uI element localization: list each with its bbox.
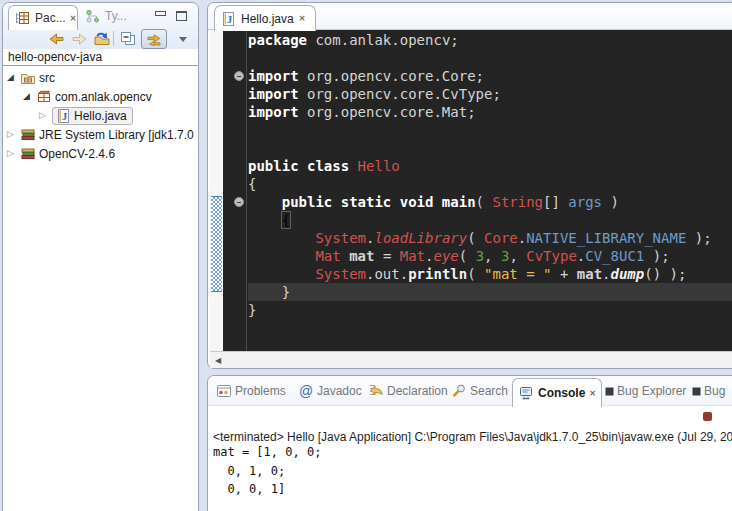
console-tab-label: Console <box>538 386 585 400</box>
code-token: 3 <box>476 248 484 264</box>
code-token: ( <box>459 248 476 264</box>
code-line[interactable] <box>248 49 732 67</box>
console-tab-search[interactable]: Search <box>451 383 508 399</box>
code-line[interactable]: } <box>248 301 732 319</box>
project-header[interactable]: hello-opencv-java <box>3 50 198 64</box>
code-content[interactable]: package com.anlak.opencv;import org.open… <box>248 31 732 319</box>
code-line[interactable]: public class Hello <box>248 157 732 175</box>
collapsed-arrow-icon[interactable]: ▷ <box>39 106 52 125</box>
search-icon <box>451 383 467 399</box>
console-tab-label: Search <box>470 384 508 398</box>
code-token: public static void main <box>282 194 476 210</box>
code-token: public class <box>248 158 349 174</box>
tab-type-hierarchy[interactable]: Ty... <box>85 8 127 24</box>
minimize-button[interactable] <box>155 11 166 16</box>
collapsed-arrow-icon[interactable]: ▷ <box>7 125 20 144</box>
console-tab-bug-explorer[interactable]: Bug Explorer <box>605 383 686 399</box>
code-line[interactable]: System.loadLibrary( Core.NATIVE_LIBRARY_… <box>248 229 732 247</box>
console-output[interactable]: mat = [1, 0, 0; 0, 1, 0; 0, 0, 1] <box>213 443 321 499</box>
collapse-all-button[interactable] <box>119 31 137 47</box>
code-line[interactable]: } <box>248 283 732 301</box>
fold-collapse-icon[interactable] <box>234 71 244 81</box>
code-token: eye <box>434 248 459 264</box>
package-explorer-view: Pac... ✕ Ty... hello-opencv-java ◢src◢co… <box>2 2 199 511</box>
type-hierarchy-icon <box>85 8 101 24</box>
code-line[interactable]: import org.opencv.core.CvType; <box>248 85 732 103</box>
code-token: .out. <box>366 266 408 282</box>
code-token: Mat <box>400 248 425 264</box>
up-button[interactable] <box>93 31 111 47</box>
close-icon[interactable]: ✕ <box>299 14 306 23</box>
svg-text:J: J <box>227 13 233 25</box>
tree-item-label: Hello.java <box>74 109 127 123</box>
folding-gutter <box>223 30 247 351</box>
tree-item-jre-system-library-jdk1-7-0[interactable]: ▷JRE System Library [jdk1.7.0 <box>3 125 198 144</box>
java-file-icon: J <box>220 11 236 27</box>
code-token <box>341 248 349 264</box>
back-button[interactable] <box>47 31 65 47</box>
code-line[interactable]: package com.anlak.opencv; <box>248 31 732 49</box>
code-token <box>248 248 315 264</box>
console-tab-strip: Problems@JavadocDeclarationSearchConsole… <box>208 376 732 406</box>
tree-item-src[interactable]: ◢src <box>3 68 198 87</box>
forward-button[interactable] <box>71 31 89 47</box>
tree-item-com-anlak-opencv[interactable]: ◢com.anlak.opencv <box>3 87 198 106</box>
horizontal-scrollbar[interactable]: ◀ <box>210 351 732 368</box>
view-menu-button[interactable] <box>179 37 187 42</box>
code-line[interactable]: Mat mat = Mat.eye( 3, 3, CvType.CV_8UC1 … <box>248 247 732 265</box>
code-line[interactable]: public static void main( String[] args ) <box>248 193 732 211</box>
expanded-arrow-icon[interactable]: ◢ <box>7 68 20 87</box>
terminate-button[interactable] <box>703 412 712 421</box>
close-icon[interactable]: ✕ <box>589 389 596 398</box>
console-tab-problems[interactable]: Problems <box>216 383 286 399</box>
collapsed-arrow-icon[interactable]: ▷ <box>7 144 20 163</box>
code-token: [] <box>543 194 568 210</box>
code-line[interactable]: import org.opencv.core.Mat; <box>248 103 732 121</box>
code-line[interactable] <box>248 139 732 157</box>
java-file-icon: J <box>55 108 71 124</box>
code-line[interactable] <box>248 121 732 139</box>
tab-package-explorer[interactable]: Pac... ✕ <box>8 5 78 30</box>
code-token: args <box>568 194 602 210</box>
code-token: mat <box>349 248 374 264</box>
code-line[interactable]: { <box>248 175 732 193</box>
close-icon[interactable]: ✕ <box>70 14 77 23</box>
code-token: import <box>248 68 299 84</box>
library-icon <box>20 127 36 143</box>
code-token: loadLibrary <box>374 230 467 246</box>
code-token: } <box>248 302 256 318</box>
fold-collapse-icon[interactable] <box>234 197 244 207</box>
expanded-arrow-icon[interactable]: ◢ <box>23 87 36 106</box>
package-explorer-icon <box>15 10 31 26</box>
code-token: Hello <box>358 158 400 174</box>
tab-hello-java[interactable]: J Hello.java ✕ <box>214 5 316 31</box>
console-tab-label: Bug <box>704 384 725 398</box>
package-icon <box>36 89 52 105</box>
code-token: println <box>408 266 467 282</box>
code-token: package <box>248 32 307 48</box>
code-line[interactable]: System.out.println( "mat = " + mat.dump(… <box>248 265 732 283</box>
console-tab-bug[interactable]: Bug <box>692 383 725 399</box>
source-folder-icon <box>20 70 36 86</box>
code-token: org.opencv.core.Mat; <box>299 104 476 120</box>
code-token: ( <box>467 230 484 246</box>
code-token <box>248 194 282 210</box>
tree-item-opencv-2-4-6[interactable]: ▷OpenCV-2.4.6 <box>3 144 198 163</box>
selected-item-box[interactable]: JHello.java <box>52 107 133 125</box>
code-token: . <box>577 248 585 264</box>
maximize-button[interactable] <box>176 11 187 21</box>
tab-package-explorer-label: Pac... <box>35 11 66 25</box>
code-editor[interactable]: package com.anlak.opencv;import org.open… <box>210 30 732 351</box>
console-tab-console[interactable]: Console✕ <box>512 378 602 407</box>
console-tab-declaration[interactable]: Declaration <box>368 383 448 399</box>
code-token: . <box>602 266 610 282</box>
code-token <box>248 212 282 228</box>
console-tab-javadoc[interactable]: @Javadoc <box>298 383 362 399</box>
code-token: + <box>551 266 576 282</box>
code-line[interactable]: { <box>248 211 732 229</box>
tree-item-hello-java[interactable]: ▷JHello.java <box>3 106 198 125</box>
code-line[interactable]: import org.opencv.core.Core; <box>248 67 732 85</box>
scroll-left-arrow-icon[interactable]: ◀ <box>215 356 221 365</box>
code-token: System <box>315 266 366 282</box>
link-with-editor-button[interactable] <box>141 29 167 49</box>
